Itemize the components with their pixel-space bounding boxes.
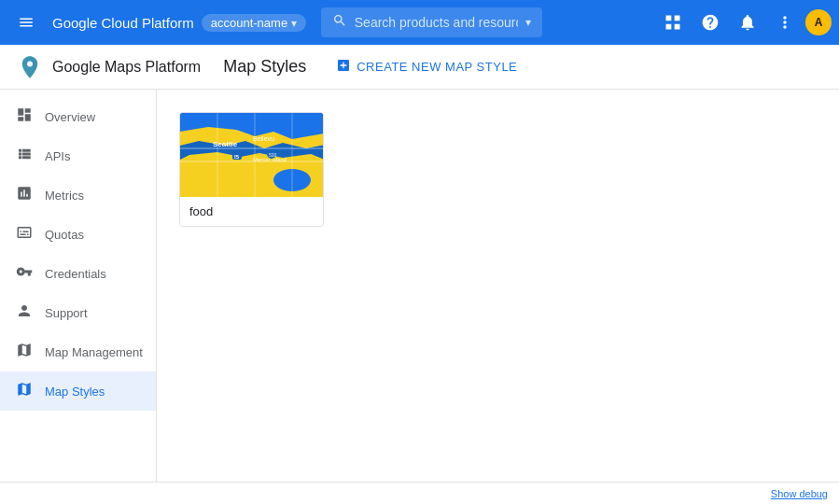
sidebar-apis-label: APIs [45, 149, 70, 163]
sidebar-item-support[interactable]: Support [0, 293, 156, 332]
svg-text:I5: I5 [234, 154, 240, 160]
quotas-icon [15, 224, 34, 245]
topbar-title: Google Cloud Platform [52, 15, 194, 31]
search-dropdown-arrow[interactable]: ▾ [525, 16, 531, 29]
map-style-food-label: food [180, 197, 323, 226]
sidebar-map-management-label: Map Management [45, 345, 143, 359]
sidebar-item-metrics[interactable]: Metrics [0, 175, 156, 215]
search-icon [332, 13, 347, 32]
topbar: Google Cloud Platform account-name ▾ ▾ A [0, 0, 839, 45]
create-button-label: CREATE NEW MAP STYLE [357, 60, 517, 74]
menu-icon[interactable] [7, 4, 45, 41]
map-styles-icon [15, 381, 34, 401]
avatar[interactable]: A [805, 9, 832, 35]
topbar-icons: A [656, 6, 832, 39]
sidebar-item-quotas[interactable]: Quotas [0, 215, 156, 254]
bottom-bar: Show debug [0, 482, 839, 504]
sidebar-quotas-label: Quotas [45, 228, 84, 242]
sidebar-metrics-label: Metrics [45, 189, 84, 203]
search-bar: ▾ [321, 7, 542, 37]
show-debug-link[interactable]: Show debug [771, 488, 828, 499]
svg-text:Bellevu: Bellevu [253, 135, 274, 142]
help-icon-btn[interactable] [693, 6, 727, 39]
sidebar-item-overview[interactable]: Overview [0, 97, 156, 136]
svg-text:520: 520 [269, 152, 277, 158]
maps-logo [15, 52, 45, 82]
sidebar: Overview APIs Metrics Quotas Credentials [0, 90, 157, 482]
create-icon [336, 58, 351, 77]
sidebar-item-map-management[interactable]: Map Management [0, 332, 156, 371]
sidebar-item-map-styles[interactable]: Map Styles [0, 371, 156, 411]
sidebar-item-credentials[interactable]: Credentials [0, 254, 156, 293]
main-layout: Overview APIs Metrics Quotas Credentials [0, 90, 839, 482]
content-area: Seattle Bellevu Mercer Island I5 520 foo… [157, 90, 839, 482]
grid-icon-btn[interactable] [656, 6, 690, 39]
sidebar-credentials-label: Credentials [45, 267, 106, 281]
sidebar-map-styles-label: Map Styles [45, 385, 105, 399]
more-icon-btn[interactable] [768, 6, 802, 39]
svg-text:Seattle: Seattle [213, 140, 238, 148]
topbar-account[interactable]: account-name ▾ [202, 14, 306, 32]
create-new-map-style-button[interactable]: CREATE NEW MAP STYLE [329, 52, 524, 82]
bell-icon-btn[interactable] [731, 6, 764, 39]
subheader: Google Maps Platform Map Styles CREATE N… [0, 45, 839, 90]
map-preview-food: Seattle Bellevu Mercer Island I5 520 [180, 113, 324, 197]
map-style-card-food[interactable]: Seattle Bellevu Mercer Island I5 520 foo… [179, 112, 324, 227]
apis-icon [15, 146, 34, 166]
search-input[interactable] [355, 15, 518, 30]
svg-point-0 [27, 61, 33, 66]
product-title: Google Maps Platform [52, 59, 201, 76]
metrics-icon [15, 185, 34, 205]
account-dropdown-arrow: ▾ [291, 17, 297, 30]
support-icon [15, 302, 34, 323]
sidebar-overview-label: Overview [45, 110, 95, 124]
sidebar-support-label: Support [45, 306, 88, 320]
overview-icon [15, 106, 34, 127]
page-title: Map Styles [223, 57, 306, 77]
map-management-icon [15, 342, 34, 362]
sidebar-item-apis[interactable]: APIs [0, 136, 156, 175]
credentials-icon [15, 263, 34, 284]
